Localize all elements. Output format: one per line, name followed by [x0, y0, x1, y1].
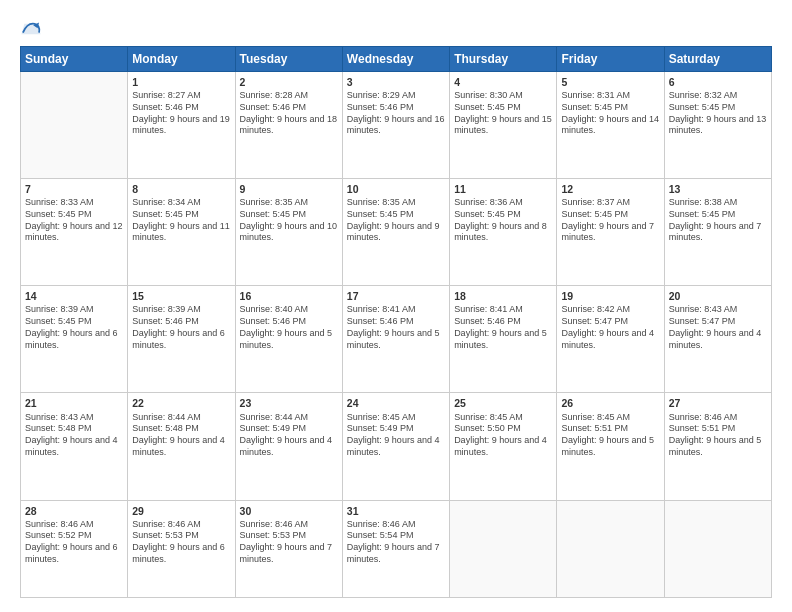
calendar-cell: 9Sunrise: 8:35 AMSunset: 5:45 PMDaylight… — [235, 179, 342, 286]
day-info: Sunrise: 8:33 AMSunset: 5:45 PMDaylight:… — [25, 197, 123, 244]
calendar-cell: 22Sunrise: 8:44 AMSunset: 5:48 PMDayligh… — [128, 393, 235, 500]
day-number: 13 — [669, 182, 767, 196]
header-day-friday: Friday — [557, 47, 664, 72]
day-info: Sunrise: 8:35 AMSunset: 5:45 PMDaylight:… — [240, 197, 338, 244]
day-info: Sunrise: 8:46 AMSunset: 5:51 PMDaylight:… — [669, 412, 767, 459]
day-number: 22 — [132, 396, 230, 410]
day-number: 24 — [347, 396, 445, 410]
day-info: Sunrise: 8:35 AMSunset: 5:45 PMDaylight:… — [347, 197, 445, 244]
day-number: 7 — [25, 182, 123, 196]
day-number: 11 — [454, 182, 552, 196]
calendar-week-2: 14Sunrise: 8:39 AMSunset: 5:45 PMDayligh… — [21, 286, 772, 393]
calendar-cell: 24Sunrise: 8:45 AMSunset: 5:49 PMDayligh… — [342, 393, 449, 500]
day-info: Sunrise: 8:38 AMSunset: 5:45 PMDaylight:… — [669, 197, 767, 244]
calendar-cell: 10Sunrise: 8:35 AMSunset: 5:45 PMDayligh… — [342, 179, 449, 286]
day-info: Sunrise: 8:46 AMSunset: 5:53 PMDaylight:… — [132, 519, 230, 566]
day-info: Sunrise: 8:46 AMSunset: 5:52 PMDaylight:… — [25, 519, 123, 566]
calendar-cell: 14Sunrise: 8:39 AMSunset: 5:45 PMDayligh… — [21, 286, 128, 393]
day-number: 10 — [347, 182, 445, 196]
day-number: 29 — [132, 504, 230, 518]
day-info: Sunrise: 8:37 AMSunset: 5:45 PMDaylight:… — [561, 197, 659, 244]
day-number: 1 — [132, 75, 230, 89]
header-day-sunday: Sunday — [21, 47, 128, 72]
day-number: 25 — [454, 396, 552, 410]
day-info: Sunrise: 8:42 AMSunset: 5:47 PMDaylight:… — [561, 304, 659, 351]
day-number: 6 — [669, 75, 767, 89]
day-info: Sunrise: 8:39 AMSunset: 5:45 PMDaylight:… — [25, 304, 123, 351]
calendar-cell: 1Sunrise: 8:27 AMSunset: 5:46 PMDaylight… — [128, 72, 235, 179]
calendar-cell: 7Sunrise: 8:33 AMSunset: 5:45 PMDaylight… — [21, 179, 128, 286]
header-day-wednesday: Wednesday — [342, 47, 449, 72]
day-info: Sunrise: 8:46 AMSunset: 5:54 PMDaylight:… — [347, 519, 445, 566]
day-number: 3 — [347, 75, 445, 89]
day-info: Sunrise: 8:27 AMSunset: 5:46 PMDaylight:… — [132, 90, 230, 137]
day-info: Sunrise: 8:36 AMSunset: 5:45 PMDaylight:… — [454, 197, 552, 244]
day-info: Sunrise: 8:41 AMSunset: 5:46 PMDaylight:… — [454, 304, 552, 351]
header-day-saturday: Saturday — [664, 47, 771, 72]
calendar-cell: 27Sunrise: 8:46 AMSunset: 5:51 PMDayligh… — [664, 393, 771, 500]
calendar-cell: 21Sunrise: 8:43 AMSunset: 5:48 PMDayligh… — [21, 393, 128, 500]
header-day-monday: Monday — [128, 47, 235, 72]
day-number: 30 — [240, 504, 338, 518]
calendar-cell: 16Sunrise: 8:40 AMSunset: 5:46 PMDayligh… — [235, 286, 342, 393]
calendar-cell: 2Sunrise: 8:28 AMSunset: 5:46 PMDaylight… — [235, 72, 342, 179]
calendar-cell: 18Sunrise: 8:41 AMSunset: 5:46 PMDayligh… — [450, 286, 557, 393]
day-number: 26 — [561, 396, 659, 410]
day-info: Sunrise: 8:39 AMSunset: 5:46 PMDaylight:… — [132, 304, 230, 351]
day-info: Sunrise: 8:44 AMSunset: 5:49 PMDaylight:… — [240, 412, 338, 459]
day-info: Sunrise: 8:32 AMSunset: 5:45 PMDaylight:… — [669, 90, 767, 137]
calendar-cell: 30Sunrise: 8:46 AMSunset: 5:53 PMDayligh… — [235, 500, 342, 597]
calendar-cell: 20Sunrise: 8:43 AMSunset: 5:47 PMDayligh… — [664, 286, 771, 393]
calendar-cell: 8Sunrise: 8:34 AMSunset: 5:45 PMDaylight… — [128, 179, 235, 286]
calendar-table: SundayMondayTuesdayWednesdayThursdayFrid… — [20, 46, 772, 598]
day-number: 27 — [669, 396, 767, 410]
header-day-tuesday: Tuesday — [235, 47, 342, 72]
calendar-cell: 28Sunrise: 8:46 AMSunset: 5:52 PMDayligh… — [21, 500, 128, 597]
day-info: Sunrise: 8:34 AMSunset: 5:45 PMDaylight:… — [132, 197, 230, 244]
day-info: Sunrise: 8:45 AMSunset: 5:50 PMDaylight:… — [454, 412, 552, 459]
header-day-thursday: Thursday — [450, 47, 557, 72]
day-number: 20 — [669, 289, 767, 303]
logo-icon — [20, 18, 42, 40]
calendar-cell — [557, 500, 664, 597]
calendar-cell: 13Sunrise: 8:38 AMSunset: 5:45 PMDayligh… — [664, 179, 771, 286]
logo — [20, 18, 46, 40]
calendar-cell — [664, 500, 771, 597]
day-number: 8 — [132, 182, 230, 196]
calendar-week-3: 21Sunrise: 8:43 AMSunset: 5:48 PMDayligh… — [21, 393, 772, 500]
calendar-cell — [450, 500, 557, 597]
day-info: Sunrise: 8:43 AMSunset: 5:48 PMDaylight:… — [25, 412, 123, 459]
calendar-cell: 19Sunrise: 8:42 AMSunset: 5:47 PMDayligh… — [557, 286, 664, 393]
day-info: Sunrise: 8:31 AMSunset: 5:45 PMDaylight:… — [561, 90, 659, 137]
calendar-cell — [21, 72, 128, 179]
calendar-cell: 6Sunrise: 8:32 AMSunset: 5:45 PMDaylight… — [664, 72, 771, 179]
day-info: Sunrise: 8:43 AMSunset: 5:47 PMDaylight:… — [669, 304, 767, 351]
day-number: 21 — [25, 396, 123, 410]
day-number: 19 — [561, 289, 659, 303]
header — [20, 18, 772, 40]
day-info: Sunrise: 8:29 AMSunset: 5:46 PMDaylight:… — [347, 90, 445, 137]
day-number: 9 — [240, 182, 338, 196]
day-number: 15 — [132, 289, 230, 303]
day-info: Sunrise: 8:45 AMSunset: 5:51 PMDaylight:… — [561, 412, 659, 459]
calendar-week-0: 1Sunrise: 8:27 AMSunset: 5:46 PMDaylight… — [21, 72, 772, 179]
day-number: 4 — [454, 75, 552, 89]
calendar-week-4: 28Sunrise: 8:46 AMSunset: 5:52 PMDayligh… — [21, 500, 772, 597]
calendar-cell: 12Sunrise: 8:37 AMSunset: 5:45 PMDayligh… — [557, 179, 664, 286]
day-info: Sunrise: 8:44 AMSunset: 5:48 PMDaylight:… — [132, 412, 230, 459]
calendar-cell: 26Sunrise: 8:45 AMSunset: 5:51 PMDayligh… — [557, 393, 664, 500]
calendar-cell: 29Sunrise: 8:46 AMSunset: 5:53 PMDayligh… — [128, 500, 235, 597]
day-info: Sunrise: 8:45 AMSunset: 5:49 PMDaylight:… — [347, 412, 445, 459]
calendar-cell: 17Sunrise: 8:41 AMSunset: 5:46 PMDayligh… — [342, 286, 449, 393]
day-number: 23 — [240, 396, 338, 410]
calendar-cell: 11Sunrise: 8:36 AMSunset: 5:45 PMDayligh… — [450, 179, 557, 286]
day-info: Sunrise: 8:41 AMSunset: 5:46 PMDaylight:… — [347, 304, 445, 351]
calendar-cell: 31Sunrise: 8:46 AMSunset: 5:54 PMDayligh… — [342, 500, 449, 597]
day-number: 14 — [25, 289, 123, 303]
day-number: 12 — [561, 182, 659, 196]
day-info: Sunrise: 8:28 AMSunset: 5:46 PMDaylight:… — [240, 90, 338, 137]
day-info: Sunrise: 8:30 AMSunset: 5:45 PMDaylight:… — [454, 90, 552, 137]
calendar-cell: 3Sunrise: 8:29 AMSunset: 5:46 PMDaylight… — [342, 72, 449, 179]
page: SundayMondayTuesdayWednesdayThursdayFrid… — [0, 0, 792, 612]
calendar-header-row: SundayMondayTuesdayWednesdayThursdayFrid… — [21, 47, 772, 72]
